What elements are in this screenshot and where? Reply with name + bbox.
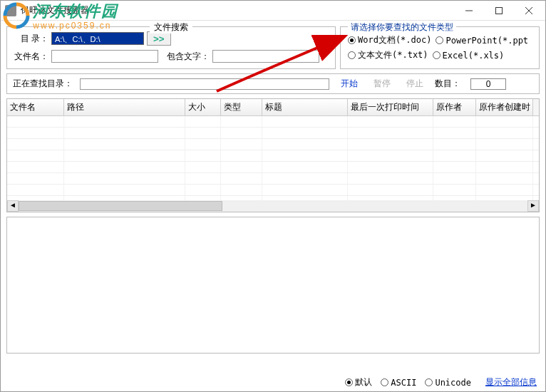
- titlebar: 保旺达文件搜索器: [1, 1, 545, 21]
- radio-icon: [348, 36, 356, 44]
- search-panel: 文件搜索 目 录： A:\、C:\、D:\ >> 文件名： 包含文字：: [6, 26, 336, 69]
- horizontal-scrollbar[interactable]: ◄ ►: [7, 200, 539, 212]
- radio-unicode[interactable]: Unicode: [425, 378, 471, 388]
- radio-word[interactable]: Word文档(*.doc): [348, 34, 431, 46]
- filetype-title: 请选择你要查找的文件类型: [348, 21, 456, 33]
- browse-button[interactable]: >>: [147, 31, 171, 46]
- minimize-button[interactable]: [454, 1, 484, 20]
- scroll-right-icon[interactable]: ►: [527, 200, 539, 212]
- column-header[interactable]: 最后一次打印时间: [348, 99, 433, 115]
- column-header[interactable]: 原作者创建时: [476, 99, 533, 115]
- table-row[interactable]: [7, 128, 539, 139]
- scroll-thumb[interactable]: [19, 201, 222, 211]
- show-all-link[interactable]: 显示全部信息: [485, 376, 537, 388]
- column-header[interactable]: 类型: [221, 99, 262, 115]
- status-label: 正在查找目录：: [13, 78, 73, 90]
- column-header[interactable]: 文件名: [7, 99, 64, 115]
- radio-icon: [345, 378, 353, 386]
- column-header[interactable]: 路径: [64, 99, 185, 115]
- close-button[interactable]: [514, 1, 544, 20]
- stop-button[interactable]: 停止: [402, 78, 428, 90]
- preview-pane: [6, 217, 540, 354]
- contain-input[interactable]: [212, 50, 319, 63]
- radio-excel[interactable]: Excel(*.xls): [433, 49, 505, 61]
- radio-icon: [433, 51, 441, 59]
- status-path: [80, 78, 329, 90]
- table-row[interactable]: [7, 150, 539, 162]
- radio-icon: [348, 51, 356, 59]
- table-row[interactable]: [7, 173, 539, 185]
- maximize-button[interactable]: [484, 1, 514, 20]
- column-header[interactable]: 原作者: [433, 99, 476, 115]
- svg-rect-1: [496, 7, 503, 14]
- table-row[interactable]: [7, 185, 539, 196]
- column-header[interactable]: 标题: [262, 99, 348, 115]
- directory-input[interactable]: A:\、C:\、D:\: [51, 32, 144, 45]
- radio-text[interactable]: 文本文件(*.txt): [348, 49, 428, 61]
- column-header[interactable]: 大小: [185, 99, 221, 115]
- scroll-left-icon[interactable]: ◄: [7, 200, 19, 212]
- filename-label: 文件名：: [13, 51, 48, 63]
- radio-icon: [425, 378, 433, 386]
- radio-powerpoint[interactable]: PowerPoint(*.ppt: [436, 34, 528, 46]
- pause-button[interactable]: 暂停: [369, 78, 395, 90]
- table-row[interactable]: [7, 116, 539, 128]
- radio-icon: [381, 378, 388, 386]
- search-title: 文件搜索: [150, 21, 192, 33]
- radio-icon: [436, 36, 443, 44]
- table-body: [7, 116, 539, 209]
- start-button[interactable]: 开始: [336, 78, 362, 90]
- encoding-bar: 默认 ASCII Unicode 显示全部信息: [345, 374, 537, 391]
- count-label: 数目：: [435, 78, 460, 90]
- status-bar: 正在查找目录： 开始 暂停 停止 数目： 0: [6, 73, 540, 94]
- filetype-panel: 请选择你要查找的文件类型 Word文档(*.doc) PowerPoint(*.…: [340, 26, 540, 69]
- radio-ascii[interactable]: ASCII: [381, 378, 416, 388]
- app-icon: [5, 5, 16, 16]
- radio-default-encoding[interactable]: 默认: [345, 376, 372, 388]
- dir-label: 目 录：: [13, 33, 48, 45]
- window-title: 保旺达文件搜索器: [21, 4, 454, 16]
- count-value: 0: [470, 78, 506, 90]
- contain-label: 包含文字：: [167, 51, 210, 63]
- table-row[interactable]: [7, 162, 539, 173]
- table-row[interactable]: [7, 139, 539, 150]
- results-table: 文件名路径大小类型标题最后一次打印时间原作者原作者创建时 ◄ ►: [6, 98, 540, 212]
- filename-input[interactable]: [51, 50, 158, 63]
- table-header: 文件名路径大小类型标题最后一次打印时间原作者原作者创建时: [7, 99, 539, 116]
